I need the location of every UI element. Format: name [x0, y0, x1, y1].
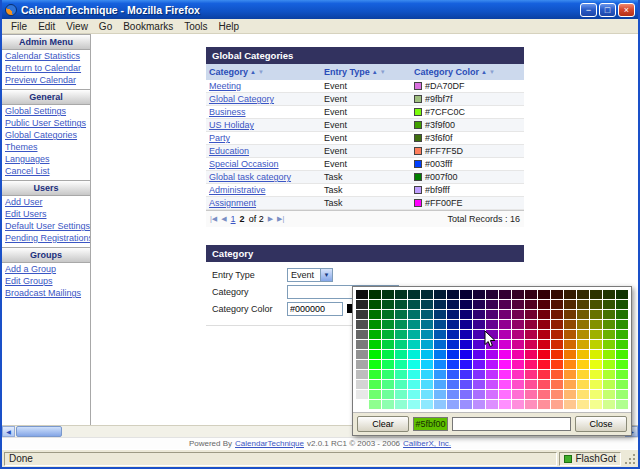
palette-color-cell[interactable]: [408, 290, 420, 299]
palette-color-cell[interactable]: [408, 320, 420, 329]
palette-color-cell[interactable]: [577, 350, 589, 359]
palette-color-cell[interactable]: [525, 370, 537, 379]
palette-color-cell[interactable]: [356, 360, 368, 369]
palette-color-cell[interactable]: [460, 340, 472, 349]
palette-color-cell[interactable]: [356, 290, 368, 299]
palette-color-cell[interactable]: [447, 390, 459, 399]
palette-color-cell[interactable]: [512, 300, 524, 309]
palette-color-cell[interactable]: [460, 400, 472, 409]
palette-color-cell[interactable]: [512, 380, 524, 389]
palette-color-cell[interactable]: [382, 380, 394, 389]
palette-color-cell[interactable]: [395, 290, 407, 299]
palette-color-cell[interactable]: [499, 310, 511, 319]
palette-color-cell[interactable]: [525, 290, 537, 299]
palette-color-cell[interactable]: [603, 360, 615, 369]
palette-color-cell[interactable]: [577, 340, 589, 349]
palette-color-cell[interactable]: [408, 400, 420, 409]
palette-color-cell[interactable]: [564, 290, 576, 299]
column-header-category-color[interactable]: Category Color▲▼: [411, 64, 524, 80]
palette-color-cell[interactable]: [369, 300, 381, 309]
palette-color-cell[interactable]: [499, 340, 511, 349]
category-link[interactable]: Assignment: [209, 198, 256, 208]
palette-color-cell[interactable]: [460, 300, 472, 309]
palette-color-cell[interactable]: [590, 390, 602, 399]
palette-color-cell[interactable]: [369, 400, 381, 409]
palette-color-cell[interactable]: [603, 390, 615, 399]
palette-color-cell[interactable]: [577, 380, 589, 389]
palette-color-cell[interactable]: [460, 350, 472, 359]
palette-color-cell[interactable]: [603, 380, 615, 389]
palette-color-cell[interactable]: [395, 350, 407, 359]
palette-color-cell[interactable]: [590, 310, 602, 319]
palette-color-cell[interactable]: [434, 360, 446, 369]
palette-color-cell[interactable]: [551, 330, 563, 339]
palette-color-cell[interactable]: [564, 350, 576, 359]
palette-color-cell[interactable]: [590, 400, 602, 409]
palette-color-cell[interactable]: [447, 310, 459, 319]
palette-color-cell[interactable]: [369, 310, 381, 319]
palette-color-cell[interactable]: [590, 350, 602, 359]
palette-color-cell[interactable]: [551, 320, 563, 329]
palette-color-cell[interactable]: [486, 300, 498, 309]
palette-color-cell[interactable]: [486, 390, 498, 399]
close-picker-button[interactable]: Close: [575, 416, 627, 432]
palette-color-cell[interactable]: [512, 350, 524, 359]
palette-color-cell[interactable]: [473, 310, 485, 319]
palette-color-cell[interactable]: [616, 350, 628, 359]
palette-color-cell[interactable]: [551, 380, 563, 389]
palette-color-cell[interactable]: [577, 320, 589, 329]
close-button[interactable]: ×: [618, 3, 635, 17]
palette-color-cell[interactable]: [434, 300, 446, 309]
palette-color-cell[interactable]: [395, 340, 407, 349]
palette-color-cell[interactable]: [603, 320, 615, 329]
palette-color-cell[interactable]: [551, 360, 563, 369]
palette-color-cell[interactable]: [616, 360, 628, 369]
palette-color-cell[interactable]: [499, 390, 511, 399]
menu-bookmarks[interactable]: Bookmarks: [118, 21, 178, 32]
palette-color-cell[interactable]: [538, 370, 550, 379]
palette-color-cell[interactable]: [590, 300, 602, 309]
footer-brand-link[interactable]: CalendarTechnique: [235, 439, 304, 448]
palette-color-cell[interactable]: [421, 360, 433, 369]
palette-color-cell[interactable]: [616, 290, 628, 299]
palette-color-cell[interactable]: [603, 290, 615, 299]
palette-color-cell[interactable]: [473, 360, 485, 369]
sort-asc-icon[interactable]: ▲: [372, 69, 378, 75]
palette-color-cell[interactable]: [603, 370, 615, 379]
palette-color-cell[interactable]: [434, 400, 446, 409]
palette-color-cell[interactable]: [369, 360, 381, 369]
palette-color-cell[interactable]: [421, 310, 433, 319]
first-page-icon[interactable]: |◀: [210, 215, 217, 223]
palette-color-cell[interactable]: [525, 330, 537, 339]
palette-color-cell[interactable]: [395, 330, 407, 339]
sidebar-link-return-to-calendar[interactable]: Return to Calendar: [2, 62, 90, 74]
palette-color-cell[interactable]: [395, 300, 407, 309]
palette-color-cell[interactable]: [395, 310, 407, 319]
palette-color-cell[interactable]: [356, 330, 368, 339]
palette-color-cell[interactable]: [499, 370, 511, 379]
palette-color-cell[interactable]: [564, 390, 576, 399]
palette-color-cell[interactable]: [525, 300, 537, 309]
palette-color-cell[interactable]: [577, 370, 589, 379]
palette-color-cell[interactable]: [356, 320, 368, 329]
palette-color-cell[interactable]: [577, 400, 589, 409]
palette-color-cell[interactable]: [590, 320, 602, 329]
palette-color-cell[interactable]: [434, 310, 446, 319]
palette-color-cell[interactable]: [421, 380, 433, 389]
minimize-button[interactable]: −: [580, 3, 597, 17]
palette-color-cell[interactable]: [551, 340, 563, 349]
category-link[interactable]: Special Occasion: [209, 159, 279, 169]
palette-color-cell[interactable]: [460, 390, 472, 399]
palette-color-cell[interactable]: [408, 300, 420, 309]
palette-color-cell[interactable]: [564, 370, 576, 379]
palette-color-cell[interactable]: [408, 330, 420, 339]
palette-color-cell[interactable]: [590, 330, 602, 339]
palette-color-cell[interactable]: [447, 340, 459, 349]
palette-color-cell[interactable]: [473, 290, 485, 299]
palette-color-cell[interactable]: [512, 340, 524, 349]
maximize-button[interactable]: □: [599, 3, 616, 17]
palette-color-cell[interactable]: [473, 350, 485, 359]
palette-color-cell[interactable]: [603, 310, 615, 319]
palette-color-cell[interactable]: [590, 290, 602, 299]
palette-color-cell[interactable]: [395, 400, 407, 409]
